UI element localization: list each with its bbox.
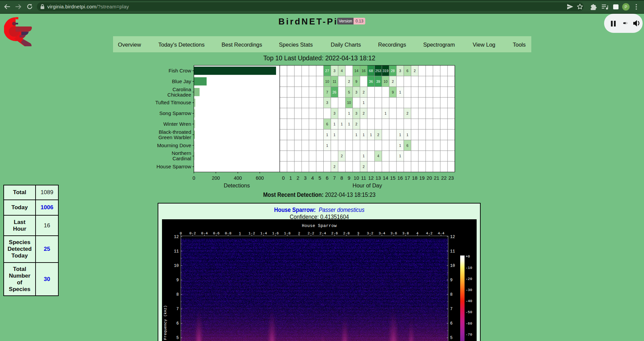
svg-text:18: 18 — [412, 175, 417, 181]
svg-text:2: 2 — [363, 90, 365, 94]
svg-text:1: 1 — [363, 133, 365, 137]
svg-text:22: 22 — [441, 175, 446, 181]
svg-text:7: 7 — [333, 175, 336, 181]
svg-text:1: 1 — [333, 122, 335, 126]
svg-text:1: 1 — [333, 133, 335, 137]
svg-text:2: 2 — [377, 133, 379, 137]
svg-text:Blue Jay: Blue Jay — [172, 78, 191, 84]
svg-text:600: 600 — [256, 175, 264, 181]
svg-text:Detections: Detections — [224, 182, 250, 188]
svg-text:11: 11 — [450, 249, 455, 254]
svg-text:-30: -30 — [466, 288, 472, 292]
svg-text:400: 400 — [234, 175, 242, 181]
svg-text:4: 4 — [341, 69, 343, 73]
svg-text:8: 8 — [176, 292, 179, 297]
svg-text:4: 4 — [311, 175, 314, 181]
svg-text:11: 11 — [333, 79, 336, 83]
svg-text:21: 21 — [434, 175, 439, 181]
svg-text:10: 10 — [174, 264, 179, 268]
svg-text:Cardinal: Cardinal — [172, 156, 191, 161]
svg-text:3: 3 — [355, 90, 357, 94]
svg-text:-40: -40 — [466, 299, 472, 303]
svg-text:1: 1 — [363, 101, 365, 105]
svg-text:26: 26 — [332, 90, 336, 94]
svg-text:1: 1 — [348, 122, 350, 126]
svg-text:6: 6 — [407, 144, 409, 148]
svg-text:16: 16 — [397, 175, 403, 181]
svg-text:10: 10 — [325, 79, 329, 83]
svg-text:Winter Wren: Winter Wren — [163, 121, 191, 127]
svg-text:-20: -20 — [466, 277, 472, 281]
svg-text:6: 6 — [326, 122, 328, 126]
svg-text:28: 28 — [391, 69, 395, 73]
svg-text:8: 8 — [340, 175, 343, 181]
svg-text:9: 9 — [176, 278, 179, 283]
svg-text:6: 6 — [176, 321, 179, 326]
svg-text:3: 3 — [355, 111, 357, 115]
svg-text:+0: +0 — [466, 254, 470, 259]
svg-text:1: 1 — [289, 175, 292, 181]
svg-text:200: 200 — [212, 175, 220, 181]
svg-text:27: 27 — [325, 69, 329, 73]
svg-text:253: 253 — [375, 69, 381, 73]
svg-text:1: 1 — [384, 111, 386, 115]
svg-text:2: 2 — [355, 122, 357, 126]
svg-text:16: 16 — [362, 69, 366, 73]
svg-text:2: 2 — [297, 175, 299, 181]
svg-text:Song Sparrow: Song Sparrow — [159, 110, 191, 116]
svg-text:House Sparrow: House Sparrow — [302, 224, 337, 228]
svg-text:9: 9 — [355, 79, 357, 83]
svg-text:12: 12 — [174, 235, 179, 239]
svg-text:-70: -70 — [466, 333, 472, 337]
svg-text:19: 19 — [419, 175, 425, 181]
svg-text:39: 39 — [376, 79, 380, 83]
svg-text:2: 2 — [414, 69, 416, 73]
svg-text:0: 0 — [282, 175, 285, 181]
svg-text:4: 4 — [377, 154, 379, 158]
svg-text:11: 11 — [174, 249, 179, 254]
svg-text:1: 1 — [326, 144, 328, 148]
svg-text:5: 5 — [450, 336, 452, 340]
svg-text:-50: -50 — [466, 310, 472, 314]
svg-text:10: 10 — [450, 264, 455, 268]
svg-text:12: 12 — [450, 235, 455, 239]
svg-text:17: 17 — [405, 175, 410, 181]
svg-text:2: 2 — [341, 154, 343, 158]
svg-text:6: 6 — [407, 69, 409, 73]
svg-text:10: 10 — [354, 175, 359, 181]
svg-text:9: 9 — [348, 175, 351, 181]
svg-text:23: 23 — [448, 175, 454, 181]
svg-text:Hour of Day: Hour of Day — [353, 182, 382, 188]
svg-text:8: 8 — [450, 292, 452, 297]
svg-text:13: 13 — [376, 175, 381, 181]
svg-text:5: 5 — [176, 336, 179, 340]
svg-text:1: 1 — [348, 111, 350, 115]
svg-text:1: 1 — [399, 90, 401, 94]
svg-text:2: 2 — [333, 165, 335, 169]
svg-text:7: 7 — [450, 307, 452, 311]
svg-text:2: 2 — [392, 79, 394, 83]
svg-text:7: 7 — [326, 90, 328, 94]
svg-text:Black-throated: Black-throated — [159, 129, 191, 135]
svg-text:14: 14 — [383, 175, 388, 181]
svg-text:36: 36 — [369, 79, 373, 83]
svg-text:319: 319 — [383, 69, 389, 73]
svg-text:1: 1 — [363, 154, 365, 158]
svg-text:9: 9 — [392, 90, 394, 94]
svg-text:20: 20 — [427, 175, 432, 181]
svg-text:2: 2 — [363, 165, 365, 169]
svg-text:5: 5 — [319, 175, 321, 181]
svg-text:2: 2 — [363, 111, 365, 115]
svg-text:1: 1 — [399, 133, 401, 137]
svg-text:1: 1 — [341, 122, 343, 126]
svg-text:3: 3 — [304, 175, 307, 181]
svg-text:0: 0 — [193, 175, 195, 181]
svg-text:Tufted Titmouse: Tufted Titmouse — [155, 100, 191, 105]
svg-text:-10: -10 — [466, 266, 472, 270]
svg-text:2: 2 — [348, 79, 350, 83]
svg-text:Frequency (kHz): Frequency (kHz) — [163, 305, 167, 340]
svg-text:Chickadee: Chickadee — [167, 92, 191, 98]
svg-text:6: 6 — [326, 175, 328, 181]
svg-text:3: 3 — [333, 111, 335, 115]
svg-text:Carolina: Carolina — [172, 87, 192, 92]
